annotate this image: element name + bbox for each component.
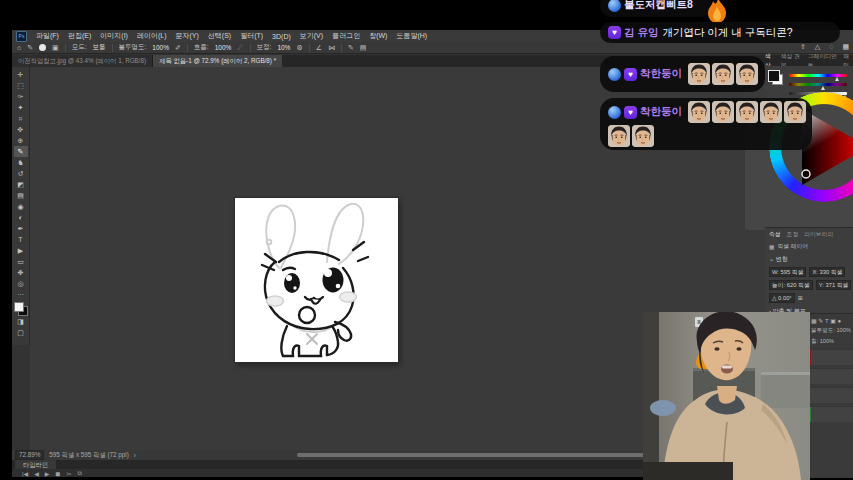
pressure-size-icon[interactable]: ✎ <box>348 44 354 52</box>
zoom-tool[interactable]: ◎ <box>14 278 28 289</box>
zoom-level[interactable]: 72.89% <box>15 450 44 460</box>
symmetry-icon[interactable]: ⋈ <box>328 44 335 52</box>
saturation-slider[interactable] <box>789 83 847 86</box>
eyedropper-tool[interactable]: ✜ <box>14 124 28 135</box>
type-tool[interactable]: T <box>14 234 28 245</box>
layers-opacity-value[interactable]: 100% <box>837 327 851 333</box>
quick-mask-toggle[interactable]: ◨ <box>14 316 28 327</box>
layer-type-label: 픽셀 레이어 <box>777 242 808 251</box>
blur-tool[interactable]: ◉ <box>14 201 28 212</box>
saturation-slider-handle[interactable] <box>821 86 825 90</box>
streamer-face-emote <box>736 101 758 123</box>
menu-edit[interactable]: 편집(E) <box>68 31 91 41</box>
shape-tool[interactable]: ▭ <box>14 256 28 267</box>
brushes-panel-toggle-icon[interactable]: ▤ <box>360 44 367 52</box>
color-panel-swatches[interactable] <box>768 70 783 85</box>
pen-tool[interactable]: ✒ <box>14 223 28 234</box>
hue-slider-handle[interactable] <box>835 77 839 81</box>
chat-text: 개기엽다 이게 내 구독티콘? <box>662 26 792 40</box>
home-icon[interactable]: ⌂ <box>17 44 21 51</box>
menu-select[interactable]: 선택(S) <box>208 31 231 41</box>
streamer-face-emote <box>688 101 710 123</box>
menu-filter[interactable]: 필터(T) <box>240 31 263 41</box>
marquee-tool[interactable]: ⬚ <box>14 80 28 91</box>
stamp-tool[interactable]: ♞ <box>14 157 28 168</box>
layer-row[interactable] <box>808 406 853 422</box>
menu-layer[interactable]: 레이어(L) <box>137 31 167 41</box>
streamer-face-emote <box>784 101 806 123</box>
menu-type[interactable]: 문자(Y) <box>175 31 198 41</box>
search-icon[interactable]: ◌ <box>829 43 833 51</box>
rotation-field[interactable]: △ 0.00° <box>769 293 795 303</box>
foreground-color-swatch[interactable] <box>768 70 780 82</box>
brush-settings-panel-icon[interactable]: ▣ <box>52 44 59 52</box>
path-select-tool[interactable]: ▶ <box>14 245 28 256</box>
crop-tool[interactable]: ⌗ <box>14 113 28 124</box>
pressure-opacity-icon[interactable]: ✐ <box>175 44 181 52</box>
history-brush-tool[interactable]: ↺ <box>14 168 28 179</box>
transition-icon[interactable]: ⧉ <box>77 470 81 477</box>
notifications-bell-icon[interactable]: △ <box>815 43 820 51</box>
height-field[interactable]: 높이: 620 픽셀 <box>769 280 813 290</box>
document-tab-reference[interactable]: 이전작업참고.jpg @ 43.4% (레이어 1, RGB/8) <box>12 55 153 67</box>
menu-help[interactable]: 도움말(H) <box>396 31 427 41</box>
layer-row[interactable] <box>808 349 853 365</box>
brush-tool[interactable]: ✎ <box>14 146 28 157</box>
menu-image[interactable]: 이미지(I) <box>100 31 128 41</box>
menu-3d[interactable]: 3D(D) <box>272 33 291 40</box>
smoothing-gear-icon[interactable]: ⚙ <box>296 44 302 52</box>
y-field[interactable]: Y: 371 픽셀 <box>816 280 852 290</box>
more-tools[interactable]: ⋯ <box>14 289 28 300</box>
tab-libraries[interactable]: 라이브러리 <box>804 230 833 239</box>
share-icon[interactable]: ⇧ <box>800 43 806 51</box>
layer-filter-icons[interactable]: ▦ ✎ T ▣ ● <box>808 314 853 324</box>
layer-row[interactable] <box>808 368 853 384</box>
quick-select-tool[interactable]: ✦ <box>14 102 28 113</box>
flip-icon[interactable]: ⊞ <box>798 295 803 301</box>
screen-mode-toggle[interactable]: ▢ <box>14 327 28 338</box>
stop-icon[interactable]: ◼ <box>55 470 60 477</box>
hand-tool[interactable]: ✥ <box>14 267 28 278</box>
menu-view[interactable]: 보기(V) <box>300 31 323 41</box>
tab-adjustments[interactable]: 조정 <box>787 230 799 239</box>
menu-file[interactable]: 파일(F) <box>36 31 59 41</box>
workspace-switcher-icon[interactable]: ▦ <box>842 43 849 51</box>
menu-window[interactable]: 창(W) <box>369 31 387 41</box>
opacity-value[interactable]: 100% <box>152 44 169 51</box>
divider <box>112 44 113 52</box>
move-tool[interactable]: ✛ <box>14 69 28 80</box>
chat-message: ♥ 김 유잉 개기엽다 이게 내 구독티콘? <box>600 22 840 43</box>
flow-value[interactable]: 100% <box>215 44 232 51</box>
layers-fill-value[interactable]: 100% <box>820 338 834 344</box>
airbrush-icon[interactable]: ☄ <box>237 44 243 52</box>
foreground-color-swatch[interactable] <box>14 302 24 312</box>
foreground-background-swatches[interactable] <box>14 302 28 316</box>
tab-properties[interactable]: 속성 <box>769 230 781 239</box>
play-icon[interactable]: ▶ <box>45 470 50 477</box>
timeline-tab[interactable]: 타임라인 <box>15 460 56 469</box>
lasso-tool[interactable]: ✑ <box>14 91 28 102</box>
dodge-tool[interactable]: ◐ <box>14 212 28 223</box>
brush-tool-icon[interactable]: ✎ <box>27 44 33 52</box>
globe-badge-icon <box>608 106 621 119</box>
brush-angle-icon[interactable]: ∠ <box>316 44 322 52</box>
width-field[interactable]: W: 595 픽셀 <box>769 267 806 277</box>
blend-mode-select[interactable]: 보통 <box>93 43 106 52</box>
transform-section-header[interactable]: ⌄ 변형 <box>765 251 853 264</box>
chat-username: 착한둥이 <box>640 67 682 81</box>
eraser-tool[interactable]: ◩ <box>14 179 28 190</box>
gradient-tool[interactable]: ▤ <box>14 190 28 201</box>
menu-plugins[interactable]: 플러그인 <box>332 31 360 41</box>
layer-row[interactable] <box>808 387 853 403</box>
previous-frame-icon[interactable]: ◀ <box>34 470 39 477</box>
x-field[interactable]: X: 330 픽셀 <box>809 267 845 277</box>
healing-tool[interactable]: ⊕ <box>14 135 28 146</box>
globe-badge-icon <box>608 68 621 81</box>
status-arrow-icon[interactable]: › <box>134 452 136 459</box>
canvas-document[interactable] <box>235 198 398 362</box>
document-tab-untitled[interactable]: 제목 없음-1 @ 72.9% (레이어 2, RGB/8) * <box>153 55 282 67</box>
brush-preset-preview[interactable] <box>39 44 46 51</box>
smoothing-value[interactable]: 10% <box>277 44 290 51</box>
go-to-start-icon[interactable]: |◀ <box>22 470 28 477</box>
split-icon[interactable]: ✂ <box>66 470 71 477</box>
